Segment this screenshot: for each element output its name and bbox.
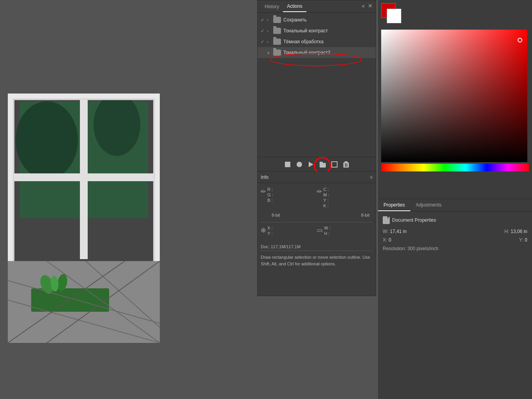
info-menu-button[interactable]: ≡ bbox=[370, 175, 373, 180]
info-g-label: G : bbox=[267, 192, 273, 197]
info-h-label: H : bbox=[324, 231, 331, 236]
resolution-label: Resolution: bbox=[383, 246, 406, 251]
info-w-label: W : bbox=[324, 226, 331, 230]
tab-adjustments[interactable]: Adjustments bbox=[410, 199, 447, 211]
props-x-field: X: 0 bbox=[383, 237, 391, 243]
info-header: Info ≡ bbox=[258, 171, 376, 183]
info-m-label: M : bbox=[323, 192, 329, 197]
play-button[interactable] bbox=[307, 160, 315, 169]
panel-header: History Actions « ✕ bbox=[258, 0, 376, 13]
check-3: ✓ bbox=[261, 39, 267, 44]
info-content: ✏ R : G : B : ✏ C : M : Y : K : 8-bit bbox=[258, 183, 376, 243]
new-action-button[interactable] bbox=[318, 160, 327, 169]
tab-properties[interactable]: Properties bbox=[378, 199, 410, 211]
y-value: 0 bbox=[525, 237, 527, 243]
record-button[interactable] bbox=[295, 160, 304, 169]
info-title: Info bbox=[261, 175, 269, 180]
info-divider-1 bbox=[261, 222, 373, 222]
svg-point-2 bbox=[16, 101, 78, 179]
folder-icon-3 bbox=[273, 39, 281, 45]
crosshair-icon: ⊕ bbox=[261, 226, 266, 234]
delete-button[interactable] bbox=[342, 160, 350, 169]
info-position-row: ⊕ X : Y : ▭ W : H : bbox=[261, 226, 373, 236]
swatch-area bbox=[378, 0, 532, 30]
document-properties-title: Document Properties bbox=[392, 217, 436, 223]
props-content: Document Properties W: 17,41 in H: 13,06… bbox=[378, 212, 532, 256]
eyedropper2-icon: ✏ bbox=[317, 188, 322, 195]
info-b-label: B : bbox=[267, 198, 273, 203]
info-cmyk-values: C : M : Y : K : bbox=[323, 187, 329, 208]
info-c-label: C : bbox=[323, 187, 329, 192]
folder-icon-4 bbox=[273, 49, 281, 56]
height-value: 13,06 in bbox=[511, 229, 527, 234]
action-name-4: Тональный контраст2 bbox=[283, 50, 373, 55]
props-xy-row: X: 0 Y: 0 bbox=[383, 237, 527, 243]
props-section-header: Document Properties bbox=[383, 216, 527, 224]
action-item-4[interactable]: ∨ Тональный контраст2 bbox=[258, 47, 376, 58]
actions-panel: History Actions « ✕ ✓ › Сохранить ✓ › То… bbox=[257, 0, 376, 171]
svg-point-20 bbox=[297, 162, 302, 167]
info-r-label: R : bbox=[267, 187, 273, 192]
action-item-1[interactable]: ✓ › Сохранить bbox=[258, 14, 376, 25]
color-panel bbox=[378, 0, 532, 199]
y-label: Y: bbox=[519, 237, 523, 243]
gradient-box[interactable] bbox=[381, 30, 527, 162]
svg-rect-27 bbox=[345, 163, 346, 167]
arrow-2: › bbox=[267, 29, 273, 33]
gradient-cursor bbox=[518, 38, 522, 42]
action-item-3[interactable]: ✓ › Тёмная обработка bbox=[258, 36, 376, 47]
info-cmyk-group: ✏ C : M : Y : K : bbox=[317, 187, 373, 208]
rectangle-icon: ▭ bbox=[317, 226, 323, 234]
action-name-1: Сохранить bbox=[283, 17, 373, 23]
svg-rect-7 bbox=[14, 173, 154, 181]
collapse-icon[interactable]: « bbox=[362, 3, 365, 9]
doc-info: Doc: 117,1M/117,1M bbox=[258, 243, 376, 251]
props-width-height-row: W: 17,41 in H: 13,06 in bbox=[383, 229, 527, 234]
photo-canvas bbox=[8, 94, 160, 343]
info-xy-values: X : Y : bbox=[267, 226, 272, 236]
background-swatch[interactable] bbox=[387, 9, 401, 23]
info-color-row: ✏ R : G : B : ✏ C : M : Y : K : bbox=[261, 187, 373, 208]
color-picker[interactable] bbox=[381, 30, 529, 171]
svg-rect-26 bbox=[345, 161, 348, 163]
props-height-field: H: 13,06 in bbox=[504, 229, 527, 234]
photo-container bbox=[8, 94, 160, 343]
info-position-group: ⊕ X : Y : bbox=[261, 226, 317, 236]
arrow-3: › bbox=[267, 40, 273, 44]
new-set-button[interactable] bbox=[330, 160, 339, 169]
info-rgb-values: R : G : B : bbox=[267, 187, 273, 203]
stop-button[interactable] bbox=[283, 160, 292, 169]
svg-rect-23 bbox=[320, 162, 323, 164]
canvas-area bbox=[0, 0, 257, 399]
x-label: X: bbox=[383, 237, 387, 243]
svg-rect-9 bbox=[31, 288, 109, 312]
info-k-label: K : bbox=[323, 203, 329, 208]
resolution-value: 300 pixels/inch bbox=[407, 246, 438, 251]
hue-bar[interactable] bbox=[381, 164, 529, 171]
resolution-row: Resolution: 300 pixels/inch bbox=[383, 246, 527, 251]
action-item-2[interactable]: ✓ › Тональный контраст bbox=[258, 25, 376, 36]
document-icon bbox=[383, 216, 390, 224]
svg-rect-19 bbox=[285, 162, 290, 167]
svg-rect-28 bbox=[346, 163, 347, 167]
info-y-label: Y : bbox=[267, 231, 272, 236]
tab-history[interactable]: History bbox=[261, 2, 283, 12]
info-wh-values: W : H : bbox=[324, 226, 331, 236]
width-value: 17,41 in bbox=[390, 229, 407, 234]
folder-icon-1 bbox=[273, 17, 281, 23]
arrow-1: › bbox=[267, 18, 273, 22]
actions-list: ✓ › Сохранить ✓ › Тональный контраст ✓ ›… bbox=[258, 13, 376, 60]
info-dimension-group: ▭ W : H : bbox=[317, 226, 373, 236]
info-rgb-group: ✏ R : G : B : bbox=[261, 187, 317, 208]
svg-rect-24 bbox=[332, 162, 337, 167]
close-icon[interactable]: ✕ bbox=[368, 3, 373, 9]
info-bit-depth-right: 8-bit bbox=[361, 213, 369, 217]
actions-toolbar bbox=[258, 157, 376, 171]
info-x-label: X : bbox=[267, 226, 272, 230]
props-y-field: Y: 0 bbox=[519, 237, 527, 243]
svg-rect-25 bbox=[343, 162, 349, 168]
help-text: Draw rectangular selection or move selec… bbox=[258, 251, 376, 270]
info-bit-depth-left: 8-bit bbox=[272, 213, 280, 217]
tab-actions[interactable]: Actions bbox=[283, 1, 306, 12]
properties-panel: Properties Adjustments Document Properti… bbox=[378, 199, 532, 399]
